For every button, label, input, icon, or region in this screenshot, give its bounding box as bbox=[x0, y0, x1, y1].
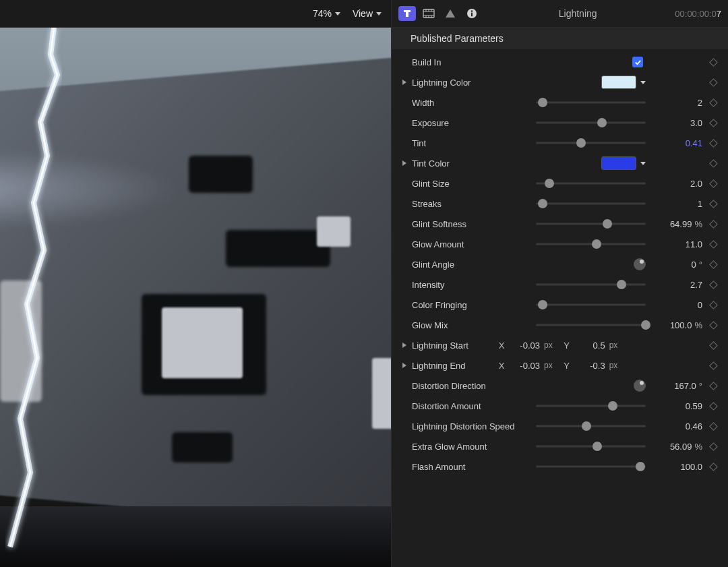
streaks-slider[interactable] bbox=[536, 198, 646, 209]
x-label: X bbox=[497, 340, 506, 351]
keyframe-icon[interactable] bbox=[709, 78, 718, 87]
zoom-value: 74% bbox=[313, 8, 332, 19]
param-lightning-start: Lightning Start X -0.03 px Y 0.5 px bbox=[398, 335, 721, 355]
keyframe-icon[interactable] bbox=[709, 119, 718, 127]
keyframe-icon[interactable] bbox=[709, 301, 718, 309]
param-distortion-amount: Distortion Amount 0.59 bbox=[398, 396, 721, 416]
keyframe-icon[interactable] bbox=[709, 240, 718, 249]
param-tint-color: Tint Color bbox=[398, 153, 721, 173]
tint-slider[interactable] bbox=[536, 138, 646, 148]
keyframe-icon[interactable] bbox=[709, 402, 718, 411]
intensity-slider[interactable] bbox=[536, 279, 646, 290]
glint-softness-slider[interactable] bbox=[536, 218, 646, 229]
param-extra-glow-amount: Extra Glow Amount 56.09% bbox=[398, 436, 721, 456]
keyframe-icon[interactable] bbox=[709, 200, 718, 208]
y-label: Y bbox=[562, 340, 572, 351]
inspector-header: Lightning 00:00:00:07 bbox=[392, 0, 728, 28]
chevron-down-icon bbox=[376, 12, 382, 16]
width-slider[interactable] bbox=[536, 97, 646, 108]
param-glint-softness: Glint Softness 64.99% bbox=[398, 214, 721, 234]
lightning-start-x[interactable]: -0.03 bbox=[510, 340, 540, 351]
app-root: 74% View bbox=[0, 0, 728, 567]
tab-shape[interactable] bbox=[442, 6, 459, 21]
color-fringing-slider[interactable] bbox=[536, 299, 646, 310]
chevron-down-icon[interactable] bbox=[640, 81, 646, 84]
zoom-dropdown[interactable]: 74% bbox=[313, 8, 340, 19]
viewer-toolbar: 74% View bbox=[0, 0, 391, 28]
section-published-parameters: Published Parameters bbox=[392, 28, 728, 49]
keyframe-icon[interactable] bbox=[709, 280, 718, 289]
svg-rect-11 bbox=[471, 13, 473, 17]
lightning-end-y[interactable]: -0.3 bbox=[576, 361, 605, 371]
timecode[interactable]: 00:00:00:07 bbox=[675, 9, 721, 19]
keyframe-icon[interactable] bbox=[709, 139, 718, 148]
glow-amount-slider[interactable] bbox=[536, 239, 646, 249]
keyframe-icon[interactable] bbox=[709, 179, 718, 188]
viewer-pane: 74% View bbox=[0, 0, 391, 567]
tab-info[interactable] bbox=[463, 6, 481, 21]
tab-text[interactable] bbox=[398, 6, 416, 21]
disclosure-triangle-icon[interactable] bbox=[402, 342, 406, 348]
glow-mix-slider[interactable] bbox=[536, 320, 646, 330]
param-flash-amount: Flash Amount 100.0 bbox=[398, 456, 721, 477]
glint-size-slider[interactable] bbox=[536, 178, 646, 189]
flash-amount-slider[interactable] bbox=[536, 461, 646, 472]
chevron-down-icon[interactable] bbox=[640, 162, 646, 165]
keyframe-icon[interactable] bbox=[709, 260, 718, 269]
glint-angle-dial[interactable] bbox=[634, 258, 646, 270]
param-color-fringing: Color Fringing 0 bbox=[398, 295, 721, 315]
lightning-end-x[interactable]: -0.03 bbox=[510, 361, 540, 371]
param-glow-amount: Glow Amount 11.0 bbox=[398, 234, 721, 254]
build-in-checkbox[interactable] bbox=[632, 57, 643, 67]
view-label: View bbox=[353, 8, 373, 19]
lightning-start-y[interactable]: 0.5 bbox=[576, 340, 605, 351]
chevron-down-icon bbox=[335, 12, 340, 16]
viewer-canvas[interactable] bbox=[0, 28, 391, 567]
parameters-list: Build In Lightning Color bbox=[392, 49, 728, 567]
keyframe-icon[interactable] bbox=[709, 159, 718, 168]
disclosure-triangle-icon[interactable] bbox=[402, 160, 406, 166]
param-lightning-color: Lightning Color bbox=[398, 72, 721, 92]
inspector-title: Lightning bbox=[485, 8, 671, 19]
lightning-distortion-speed-slider[interactable] bbox=[536, 421, 646, 431]
extra-glow-amount-slider[interactable] bbox=[536, 441, 646, 452]
keyframe-icon[interactable] bbox=[709, 361, 718, 370]
param-tint: Tint 0.41 bbox=[398, 133, 721, 153]
param-lightning-distortion-speed: Lightning Distortion Speed 0.46 bbox=[398, 416, 721, 436]
inspector-pane: Lightning 00:00:00:07 Published Paramete… bbox=[391, 0, 728, 567]
param-distortion-direction: Distortion Direction 167.0° bbox=[398, 376, 721, 396]
keyframe-icon[interactable] bbox=[709, 321, 718, 330]
distortion-amount-slider[interactable] bbox=[536, 400, 646, 411]
param-intensity: Intensity 2.7 bbox=[398, 274, 721, 295]
exposure-slider[interactable] bbox=[536, 117, 646, 128]
param-streaks: Streaks 1 bbox=[398, 193, 721, 214]
svg-point-10 bbox=[471, 10, 473, 11]
keyframe-icon[interactable] bbox=[709, 382, 718, 390]
param-build-in: Build In bbox=[398, 52, 721, 72]
disclosure-triangle-icon[interactable] bbox=[402, 363, 406, 368]
param-exposure: Exposure 3.0 bbox=[398, 113, 721, 133]
param-glint-angle: Glint Angle 0° bbox=[398, 254, 721, 274]
param-lightning-end: Lightning End X -0.03 px Y -0.3 px bbox=[398, 355, 721, 376]
tint-color-well[interactable] bbox=[601, 156, 636, 170]
param-glint-size: Glint Size 2.0 bbox=[398, 173, 721, 193]
x-label: X bbox=[497, 361, 506, 371]
distortion-direction-dial[interactable] bbox=[634, 380, 646, 392]
lightning-bolt-render bbox=[0, 28, 391, 567]
keyframe-icon[interactable] bbox=[709, 462, 718, 471]
param-glow-mix: Glow Mix 100.0% bbox=[398, 315, 721, 335]
keyframe-icon[interactable] bbox=[709, 341, 718, 350]
keyframe-icon[interactable] bbox=[709, 442, 718, 451]
y-label: Y bbox=[562, 361, 572, 371]
keyframe-icon[interactable] bbox=[709, 220, 718, 229]
keyframe-icon[interactable] bbox=[709, 98, 718, 107]
tab-video[interactable] bbox=[420, 6, 437, 21]
keyframe-icon[interactable] bbox=[709, 422, 718, 431]
param-width: Width 2 bbox=[398, 92, 721, 113]
disclosure-triangle-icon[interactable] bbox=[402, 80, 406, 85]
lightning-color-well[interactable] bbox=[601, 76, 636, 89]
view-dropdown[interactable]: View bbox=[353, 8, 382, 19]
keyframe-icon[interactable] bbox=[709, 58, 718, 67]
